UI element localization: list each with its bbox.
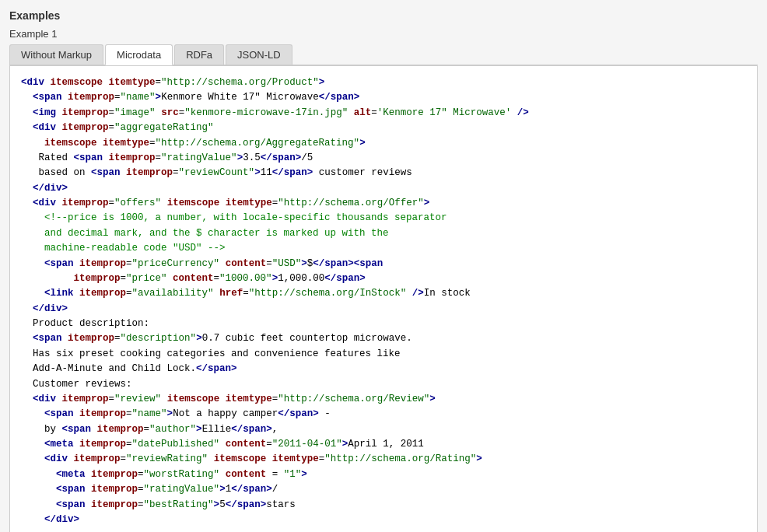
- example-label: Example 1: [9, 28, 758, 40]
- tab-json-ld[interactable]: JSON-LD: [226, 44, 292, 65]
- examples-heading: Examples: [9, 9, 758, 22]
- tabs-container: Without Markup Microdata RDFa JSON-LD: [9, 44, 758, 65]
- tab-without-markup[interactable]: Without Markup: [9, 44, 103, 65]
- tab-microdata[interactable]: Microdata: [105, 44, 173, 65]
- tab-rdfa[interactable]: RDFa: [174, 44, 224, 65]
- code-block: <div itemscope itemtype="http://schema.o…: [9, 65, 758, 532]
- examples-section: Examples Example 1 Without Markup Microd…: [9, 9, 758, 532]
